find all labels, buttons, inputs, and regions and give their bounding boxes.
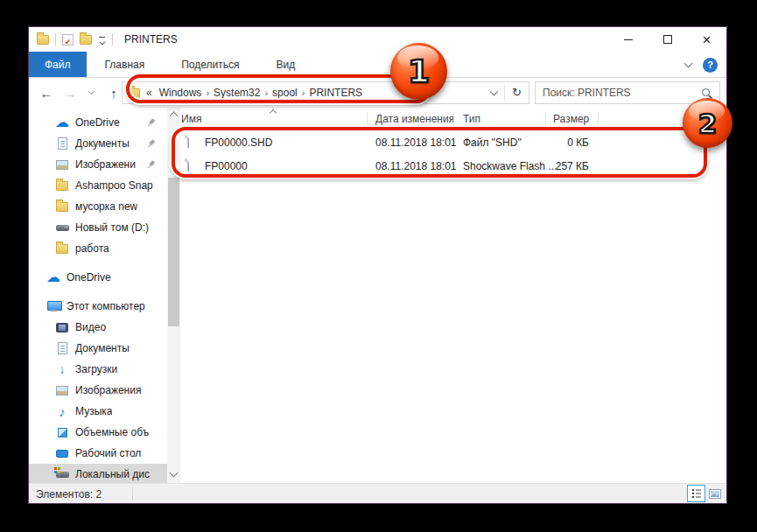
- tab-file[interactable]: Файл: [29, 52, 87, 77]
- chevron-down-icon: [489, 88, 498, 96]
- recent-locations-button[interactable]: [83, 78, 99, 108]
- close-button[interactable]: [687, 27, 726, 52]
- videos-icon: [56, 323, 68, 332]
- drive-icon: [56, 225, 69, 231]
- sidebar-item-downloads[interactable]: Загрузки: [29, 359, 167, 380]
- column-header-name[interactable]: Имя: [181, 113, 201, 125]
- column-header-size[interactable]: Размер: [553, 113, 589, 125]
- pictures-icon: [56, 386, 68, 396]
- items-count: Элементов: 2: [36, 488, 102, 500]
- annotation-step-2-number: 2: [698, 108, 718, 139]
- column-divider[interactable]: [545, 112, 546, 126]
- desktop-background: PRINTERS Файл Главная Поделиться Вид ? ←…: [0, 0, 757, 532]
- music-icon: [55, 404, 69, 418]
- sidebar-item-music[interactable]: Музыка: [29, 401, 167, 422]
- sidebar-item-ashampoo-snap[interactable]: Ashampoo Snap: [29, 175, 167, 196]
- search-placeholder: Поиск: PRINTERS: [543, 87, 631, 99]
- column-header-type[interactable]: Тип: [463, 113, 480, 125]
- up-icon: ↑: [110, 86, 117, 101]
- quick-access-toolbar: PRINTERS: [29, 33, 178, 46]
- folder-icon: [56, 244, 68, 254]
- folder-icon: [37, 35, 49, 45]
- help-icon[interactable]: ?: [703, 58, 718, 73]
- scrollbar-thumb[interactable]: [168, 178, 179, 326]
- 3d-objects-icon: [58, 428, 67, 438]
- sidebar-item-onedrive[interactable]: OneDrive: [29, 267, 167, 288]
- sidebar-item-rabota[interactable]: работа: [29, 238, 167, 259]
- column-divider[interactable]: [453, 112, 454, 126]
- sidebar-item-new-volume-d[interactable]: Новый том (D:): [29, 217, 167, 238]
- divider: [132, 486, 133, 500]
- scroll-down-icon[interactable]: [170, 469, 179, 478]
- folder-icon: [56, 202, 68, 212]
- folder-icon: [56, 181, 68, 191]
- pictures-icon: [56, 160, 68, 170]
- address-bar-controls: [483, 82, 529, 103]
- back-button[interactable]: ←: [34, 78, 59, 108]
- checkmark-icon[interactable]: [62, 34, 74, 46]
- annotation-step-2-badge: 2: [683, 98, 732, 148]
- details-view-button[interactable]: [687, 485, 705, 502]
- sidebar-item-local-disk[interactable]: Локальный дис: [29, 464, 167, 483]
- local-disk-icon: [56, 472, 69, 478]
- minimize-icon: [624, 39, 633, 40]
- close-icon: [703, 32, 711, 47]
- documents-icon: [58, 342, 67, 354]
- refresh-icon: [512, 87, 522, 99]
- qat-customize-icon[interactable]: [98, 36, 106, 44]
- pin-icon: [144, 116, 158, 130]
- ribbon-expand-icon[interactable]: [684, 60, 693, 68]
- sidebar-item-documents[interactable]: Документы: [29, 338, 167, 359]
- tab-home[interactable]: Главная: [87, 52, 164, 77]
- desktop-icon: [56, 450, 68, 458]
- sidebar-item-pictures[interactable]: Изображения: [29, 380, 167, 401]
- minimize-button[interactable]: [608, 27, 648, 52]
- maximize-icon: [663, 35, 672, 44]
- column-divider[interactable]: [367, 112, 368, 126]
- back-icon: ←: [40, 86, 53, 101]
- annotation-step-1-number: 1: [408, 53, 430, 89]
- search-icon[interactable]: [701, 88, 712, 99]
- navigation-pane: OneDrive Документы Изображени Ashampoo S…: [29, 108, 167, 483]
- sidebar-item-videos[interactable]: Видео: [29, 317, 167, 338]
- annotation-outline-address-bar: [126, 74, 431, 103]
- divider: [112, 33, 113, 46]
- status-bar: Элементов: 2: [29, 483, 726, 503]
- thumbnails-view-button[interactable]: [705, 485, 724, 502]
- pin-icon: [144, 158, 158, 172]
- sidebar-item-desktop[interactable]: Рабочий стол: [29, 443, 167, 464]
- onedrive-cloud-icon: [55, 116, 69, 130]
- folder-icon[interactable]: [80, 35, 92, 45]
- thumbnails-view-icon: [709, 489, 721, 499]
- title-bar: PRINTERS: [29, 27, 726, 52]
- sidebar-item-this-pc[interactable]: Этот компьютер: [29, 296, 167, 317]
- window-title: PRINTERS: [124, 33, 178, 46]
- sidebar-item-musorka-new[interactable]: мусорка new: [29, 196, 167, 217]
- caption-buttons: [608, 27, 726, 52]
- sidebar-item-pictures-pinned[interactable]: Изображени: [29, 154, 167, 175]
- sidebar-item-3d-objects[interactable]: Объемные объ: [29, 422, 167, 443]
- chevron-down-icon: [88, 88, 94, 94]
- sort-ascending-icon: [270, 109, 277, 116]
- column-divider[interactable]: [598, 112, 599, 126]
- annotation-step-1-badge: 1: [390, 43, 447, 100]
- forward-button[interactable]: →: [59, 78, 81, 108]
- tab-share[interactable]: Поделиться: [163, 52, 257, 77]
- this-pc-icon: [47, 301, 60, 312]
- documents-icon: [58, 137, 67, 150]
- search-box[interactable]: Поиск: PRINTERS: [535, 81, 720, 104]
- tab-view[interactable]: Вид: [257, 52, 313, 77]
- address-dropdown-button[interactable]: [483, 82, 504, 103]
- sidebar-item-onedrive-pinned[interactable]: OneDrive: [29, 112, 167, 133]
- refresh-button[interactable]: [505, 82, 529, 103]
- downloads-icon: [55, 362, 69, 376]
- details-view-icon: [691, 488, 702, 499]
- sidebar-item-documents-pinned[interactable]: Документы: [29, 133, 167, 154]
- maximize-button[interactable]: [648, 27, 687, 52]
- annotation-outline-file-rows: [172, 127, 707, 178]
- column-header-modified[interactable]: Дата изменения: [375, 113, 454, 125]
- onedrive-cloud-icon: [46, 270, 60, 284]
- pin-icon: [144, 137, 158, 150]
- scroll-up-icon[interactable]: [170, 112, 179, 121]
- ribbon-right-controls: ?: [685, 52, 718, 78]
